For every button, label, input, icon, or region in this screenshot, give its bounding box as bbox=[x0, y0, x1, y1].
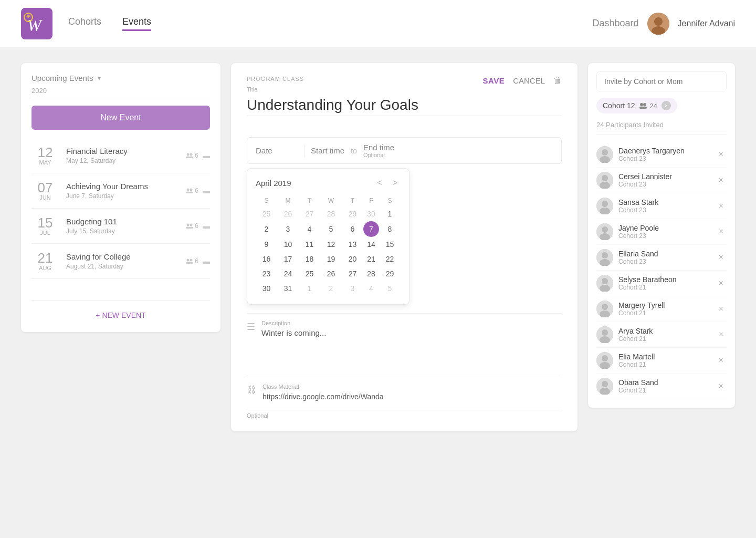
calendar-day[interactable]: 3 bbox=[277, 221, 299, 237]
participant-cohort: Cohort 21 bbox=[618, 335, 716, 343]
calendar-day[interactable]: 30 bbox=[256, 281, 277, 296]
remove-cohort-button[interactable]: × bbox=[662, 101, 671, 110]
calendar-day[interactable]: 27 bbox=[299, 206, 320, 221]
calendar-day[interactable]: 10 bbox=[277, 237, 299, 252]
remove-participant-button[interactable]: × bbox=[716, 355, 727, 366]
calendar-day[interactable]: 17 bbox=[277, 252, 299, 266]
calendar-day[interactable]: 18 bbox=[299, 252, 320, 266]
calendar-day[interactable]: 2 bbox=[256, 221, 277, 237]
remove-participant-button[interactable]: × bbox=[716, 200, 727, 212]
svg-point-18 bbox=[187, 259, 190, 262]
remove-participant-button[interactable]: × bbox=[716, 226, 727, 237]
calendar-day[interactable]: 28 bbox=[320, 206, 342, 221]
calendar-day[interactable]: 5 bbox=[320, 221, 342, 237]
calendar-day[interactable]: 4 bbox=[299, 221, 320, 237]
participant-name: Ellaria Sand bbox=[618, 250, 716, 258]
calendar-day[interactable]: 9 bbox=[256, 237, 277, 252]
calendar-day[interactable]: 28 bbox=[363, 266, 379, 281]
new-event-button[interactable]: New Event bbox=[32, 106, 210, 130]
calendar-day[interactable]: 19 bbox=[320, 252, 342, 266]
start-time-wrapper: Start time bbox=[311, 146, 344, 156]
avatar[interactable] bbox=[647, 13, 669, 35]
svg-point-23 bbox=[643, 103, 646, 106]
invite-input[interactable] bbox=[596, 71, 727, 91]
calendar-day-header: M bbox=[277, 195, 299, 206]
save-button[interactable]: SAVE bbox=[482, 76, 505, 85]
calendar-day[interactable]: 11 bbox=[299, 237, 320, 252]
calendar-day[interactable]: 20 bbox=[342, 252, 363, 266]
date-field[interactable]: Date bbox=[256, 146, 298, 155]
list-item[interactable]: 21 AUG Saving for College August 21, Sat… bbox=[32, 244, 210, 279]
calendar-day[interactable]: 1 bbox=[379, 206, 401, 221]
calendar-prev-button[interactable]: < bbox=[374, 177, 385, 189]
participant-name: Selyse Baratheon bbox=[618, 275, 716, 284]
remove-participant-button[interactable]: × bbox=[716, 149, 727, 160]
calendar-day[interactable]: 21 bbox=[363, 252, 379, 266]
new-event-bottom-button[interactable]: + NEW EVENT bbox=[32, 300, 210, 322]
calendar-nav: < > bbox=[374, 177, 401, 189]
participant-count: 6 bbox=[186, 187, 198, 194]
material-url-input[interactable] bbox=[262, 392, 562, 401]
nav-cohorts[interactable]: Cohorts bbox=[68, 16, 101, 31]
list-item[interactable]: 07 JUN Achieving Your Dreams June 7, Sat… bbox=[32, 173, 210, 209]
remove-participant-button[interactable]: × bbox=[716, 380, 727, 392]
nav-events[interactable]: Events bbox=[122, 16, 151, 31]
calendar-day[interactable]: 5 bbox=[379, 281, 401, 296]
app-logo[interactable]: W bbox=[21, 8, 52, 39]
optional-label: Optional bbox=[363, 152, 394, 158]
remove-participant-button[interactable]: × bbox=[716, 277, 727, 289]
remove-participant-button[interactable]: × bbox=[716, 303, 727, 315]
participant-info: Obara Sand Cohort 21 bbox=[618, 378, 716, 395]
remove-participant-button[interactable]: × bbox=[716, 174, 727, 186]
svg-point-21 bbox=[190, 262, 193, 264]
calendar-day[interactable]: 4 bbox=[363, 281, 379, 296]
calendar-day[interactable]: 29 bbox=[379, 266, 401, 281]
calendar-day[interactable]: 8 bbox=[379, 221, 401, 237]
calendar-day[interactable]: 27 bbox=[342, 266, 363, 281]
delete-icon[interactable]: 🗑 bbox=[553, 76, 562, 85]
svg-point-51 bbox=[602, 355, 608, 361]
calendar-day[interactable]: 6 bbox=[342, 221, 363, 237]
nav-links: Cohorts Events bbox=[68, 16, 593, 31]
calendar-day[interactable]: 15 bbox=[379, 237, 401, 252]
calendar-day[interactable]: 24 bbox=[277, 266, 299, 281]
calendar-day[interactable]: 30 bbox=[363, 206, 379, 221]
calendar-day[interactable]: 26 bbox=[320, 266, 342, 281]
event-info: Budgeting 101 July 15, Saturday bbox=[66, 217, 182, 235]
calendar-day[interactable]: 7 bbox=[363, 221, 379, 237]
start-time-field[interactable]: Start time bbox=[311, 146, 344, 155]
title-input[interactable] bbox=[247, 95, 562, 116]
nav-dashboard[interactable]: Dashboard bbox=[593, 18, 639, 29]
calendar-day[interactable]: 25 bbox=[299, 266, 320, 281]
calendar-day[interactable]: 3 bbox=[342, 281, 363, 296]
calendar-day[interactable]: 31 bbox=[277, 281, 299, 296]
participant-info: Sansa Stark Cohort 23 bbox=[618, 198, 716, 214]
svg-point-15 bbox=[190, 224, 193, 226]
upcoming-header[interactable]: Upcoming Events ▾ bbox=[32, 74, 210, 82]
participant-avatar bbox=[596, 172, 613, 189]
calendar-day[interactable]: 23 bbox=[256, 266, 277, 281]
calendar-day[interactable]: 14 bbox=[363, 237, 379, 252]
svg-point-8 bbox=[186, 157, 190, 159]
remove-participant-button[interactable]: × bbox=[716, 252, 727, 263]
list-item[interactable]: 12 MAY Financial Literacy May 12, Saturd… bbox=[32, 138, 210, 173]
list-item[interactable]: 15 JUL Budgeting 101 July 15, Saturday 6… bbox=[32, 209, 210, 244]
calendar-day[interactable]: 22 bbox=[379, 252, 401, 266]
calendar-day[interactable]: 25 bbox=[256, 206, 277, 221]
end-time-field[interactable]: End time bbox=[363, 143, 394, 152]
participant-info: Daenerys Targaryen Cohort 23 bbox=[618, 147, 716, 163]
calendar-day[interactable]: 16 bbox=[256, 252, 277, 266]
calendar-day[interactable]: 1 bbox=[299, 281, 320, 296]
remove-participant-button[interactable]: × bbox=[716, 329, 727, 340]
calendar-day[interactable]: 26 bbox=[277, 206, 299, 221]
calendar-header: April 2019 < > bbox=[256, 177, 401, 189]
calendar-day[interactable]: 12 bbox=[320, 237, 342, 252]
calendar-day[interactable]: 2 bbox=[320, 281, 342, 296]
calendar-day[interactable]: 13 bbox=[342, 237, 363, 252]
calendar-day[interactable]: 29 bbox=[342, 206, 363, 221]
description-textarea[interactable]: Winter is coming... bbox=[261, 328, 364, 360]
user-name-label: Jennifer Advani bbox=[678, 19, 735, 28]
calendar-next-button[interactable]: > bbox=[390, 177, 401, 189]
cancel-button[interactable]: CANCEL bbox=[513, 76, 545, 85]
calendar-day-header: T bbox=[299, 195, 320, 206]
